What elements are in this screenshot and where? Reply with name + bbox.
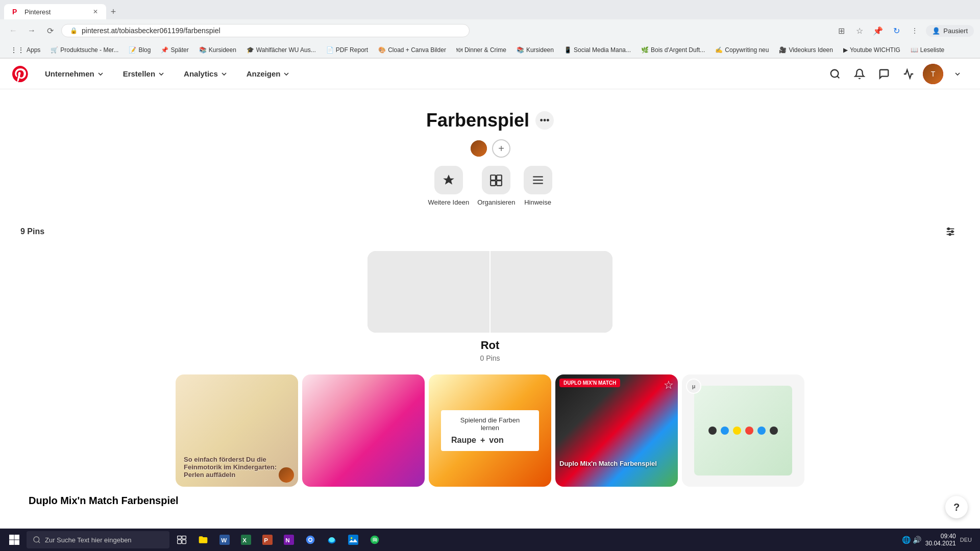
apps-icon: ⋮⋮: [10, 46, 24, 54]
forward-btn[interactable]: →: [24, 23, 39, 38]
bookmark-favicon: ▶: [843, 46, 848, 54]
menu-btn[interactable]: ⋮: [908, 23, 922, 38]
taskbar-app-task-view[interactable]: [172, 530, 192, 550]
bookmark-bois[interactable]: 🌿 Bois d'Argent Duft...: [637, 45, 709, 55]
taskbar-search[interactable]: Zur Suche Text hier eingeben: [27, 531, 169, 548]
nav-unternehmen[interactable]: Unternehmen: [37, 65, 113, 82]
taskbar-app-word[interactable]: W: [214, 530, 235, 550]
refresh-btn[interactable]: ⟳: [43, 23, 57, 38]
bookmark-canva[interactable]: 🎨 Cload + Canva Bilder: [374, 45, 450, 55]
bookmark-spaeter[interactable]: 📌 Später: [157, 45, 192, 55]
nav-erstellen-label: Erstellen: [123, 69, 155, 78]
tab-close-btn[interactable]: ✕: [93, 8, 98, 15]
pin-image: [302, 374, 425, 487]
taskbar-app-spotify[interactable]: [364, 530, 385, 550]
taskbar-date: 30.04.2021: [925, 540, 956, 547]
taskbar-app-onenote[interactable]: N: [279, 530, 299, 550]
filter-btn[interactable]: [941, 222, 960, 241]
back-btn[interactable]: ←: [6, 23, 20, 38]
sync-btn[interactable]: ↻: [889, 23, 903, 38]
start-btn[interactable]: [4, 530, 24, 550]
bookmark-label: PDF Report: [336, 46, 368, 54]
bookmark-label: Dinner & Crime: [464, 46, 506, 54]
profile-dropdown-btn[interactable]: [947, 64, 968, 84]
bookmark-favicon: 📖: [911, 46, 918, 54]
profile-avatar-btn[interactable]: T: [923, 64, 943, 84]
pin-card[interactable]: Spielend die Farben lernen Raupe + von: [429, 374, 551, 487]
pin-card[interactable]: μ: [682, 374, 804, 487]
pins-header: 9 Pins: [20, 222, 960, 241]
search-btn[interactable]: [825, 64, 845, 84]
hinweise-icon: [524, 166, 552, 194]
bookmark-kursideen2[interactable]: 📚 Kursideen: [512, 45, 558, 55]
bookmark-copywriting[interactable]: ✍ Copywriting neu: [711, 45, 773, 55]
bookmark-favicon: 📝: [129, 46, 136, 54]
bookmark-videokurs[interactable]: 🎥 Videokurs Ideen: [775, 45, 837, 55]
help-bubble[interactable]: ?: [945, 496, 968, 518]
activity-btn[interactable]: [898, 64, 919, 84]
bookmark-social[interactable]: 📱 Social Media Mana...: [560, 45, 635, 55]
notifications-btn[interactable]: [849, 64, 870, 84]
bookmark-label: Bois d'Argent Duft...: [651, 46, 705, 54]
taskbar-app-file-explorer[interactable]: [193, 530, 213, 550]
new-tab-btn[interactable]: +: [106, 5, 120, 19]
bookmark-youtube[interactable]: ▶ Youtube WICHTIG: [839, 45, 904, 55]
subfolder-card[interactable]: [368, 251, 612, 333]
pin-save-btn[interactable]: ☆: [664, 379, 674, 392]
nav-analytics[interactable]: Analytics: [176, 65, 236, 82]
address-bar-row: ← → ⟳ 🔒 pinterest.at/tobiasbecker061199/…: [0, 19, 980, 42]
network-icon[interactable]: 🌐: [902, 536, 911, 544]
organisieren-btn[interactable]: Organisieren: [477, 166, 515, 206]
bookmark-kursideen1[interactable]: 📚 Kursideen: [195, 45, 240, 55]
pin-card[interactable]: DUPLO MIX'N MATCH Duplo Mix'n Match Farb…: [555, 374, 678, 487]
board-collaborators: +: [470, 139, 510, 158]
taskbar-app-edge[interactable]: [322, 530, 342, 550]
bookmark-dinner[interactable]: 🍽 Dinner & Crime: [452, 45, 510, 55]
svg-rect-2: [491, 175, 496, 180]
svg-line-16: [38, 541, 40, 543]
volume-icon[interactable]: 🔊: [913, 536, 921, 544]
pin-card[interactable]: So einfach förderst Du die Feinmotorik i…: [176, 374, 298, 487]
bookmark-leseliste[interactable]: 📖 Leseliste: [906, 45, 948, 55]
add-collaborator-btn[interactable]: +: [492, 139, 510, 158]
collaborator-avatar[interactable]: [470, 139, 488, 158]
pin-image: Spielend die Farben lernen Raupe + von: [429, 374, 551, 487]
weitere-ideen-btn[interactable]: Weitere Ideen: [428, 166, 469, 206]
taskbar-app-chrome[interactable]: [300, 530, 321, 550]
svg-rect-3: [497, 175, 502, 180]
board-more-btn[interactable]: •••: [535, 111, 554, 130]
pinterest-logo[interactable]: [12, 66, 29, 82]
svg-point-14: [949, 234, 951, 236]
svg-text:N: N: [285, 537, 289, 543]
profile-icon: 👤: [932, 27, 940, 35]
address-box[interactable]: 🔒 pinterest.at/tobiasbecker061199/farben…: [61, 24, 470, 37]
bookmark-pdf[interactable]: 📄 PDF Report: [322, 45, 372, 55]
bookmark-label: Copywriting neu: [725, 46, 769, 54]
pins-section: 9 Pins Rot 0 Pins So einfach f: [10, 222, 970, 507]
bookmark-label: Cload + Canva Bilder: [388, 46, 446, 54]
bookmark-blog[interactable]: 📝 Blog: [125, 45, 155, 55]
taskbar-app-excel[interactable]: X: [236, 530, 256, 550]
bookmark-produktsuche[interactable]: 🛒 Produktsuche - Mer...: [46, 45, 122, 55]
star-btn[interactable]: ☆: [852, 23, 867, 38]
profile-pill[interactable]: 👤 Pausiert: [926, 25, 974, 37]
pins-count: 9 Pins: [20, 227, 44, 236]
bookmark-apps[interactable]: ⋮⋮ Apps: [6, 45, 44, 55]
nav-anzeigen[interactable]: Anzeigen: [238, 65, 299, 82]
pin-btn[interactable]: 📌: [871, 23, 885, 38]
messages-btn[interactable]: [874, 64, 894, 84]
hinweise-btn[interactable]: Hinweise: [524, 166, 552, 206]
weitere-ideen-icon: [434, 166, 463, 194]
extensions-btn[interactable]: ⊞: [834, 23, 848, 38]
board-title-row: Farbenspiel •••: [426, 110, 554, 131]
bookmark-favicon: ✍: [715, 46, 723, 54]
bookmark-label: Youtube WICHTIG: [850, 46, 900, 54]
pin-card[interactable]: [302, 374, 425, 487]
nav-erstellen[interactable]: Erstellen: [115, 65, 174, 82]
bookmark-wahlfaecher[interactable]: 🎓 Wahlfächer WU Aus...: [242, 45, 320, 55]
active-tab[interactable]: P Pinterest ✕: [4, 4, 106, 19]
svg-rect-20: [182, 540, 186, 544]
pinterest-app: Unternehmen Erstellen Analytics Anzeigen: [0, 59, 980, 551]
taskbar-app-photos[interactable]: [343, 530, 363, 550]
taskbar-app-powerpoint[interactable]: P: [257, 530, 278, 550]
